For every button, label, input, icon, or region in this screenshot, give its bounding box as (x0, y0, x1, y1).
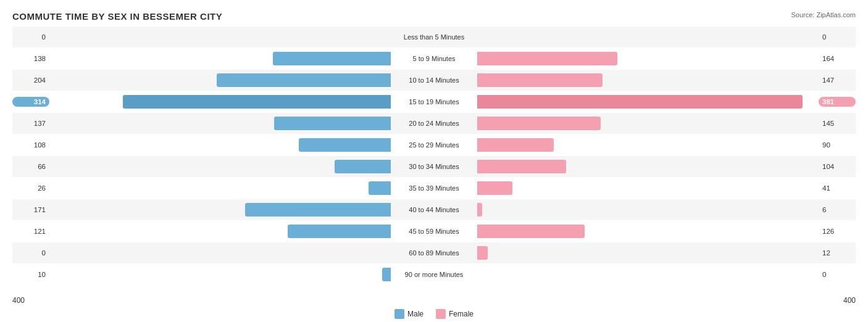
male-bar-wrapper (49, 225, 391, 238)
bars-container: 30 to 34 Minutes (49, 156, 819, 177)
female-value: 6 (819, 206, 856, 213)
row-label: 45 to 59 Minutes (391, 228, 477, 235)
legend-male: Male (394, 309, 424, 319)
source-label: Source: ZipAtlas.com (791, 11, 856, 19)
chart-area: 0Less than 5 Minutes01385 to 9 Minutes16… (12, 27, 856, 273)
table-row: 060 to 89 Minutes12 (12, 242, 856, 263)
male-bar (274, 117, 391, 130)
male-value: 26 (12, 184, 49, 192)
table-row: 12145 to 59 Minutes126 (12, 221, 856, 242)
male-bar (382, 268, 391, 281)
male-bar (245, 203, 391, 217)
male-bar (335, 160, 391, 173)
female-bar-wrapper (477, 203, 819, 217)
female-bar (477, 246, 488, 260)
male-bar-wrapper (49, 138, 391, 152)
table-row: 17140 to 44 Minutes6 (12, 199, 856, 220)
female-swatch (436, 309, 446, 319)
chart-title: COMMUTE TIME BY SEX IN BESSEMER CITY (12, 11, 856, 22)
table-row: 2635 to 39 Minutes41 (12, 178, 856, 199)
row-label: 5 to 9 Minutes (391, 55, 477, 62)
female-value: 0 (819, 271, 856, 278)
male-bar-wrapper (49, 117, 391, 130)
bars-container: Less than 5 Minutes (49, 27, 819, 47)
female-bar (477, 138, 554, 152)
male-value: 66 (12, 163, 49, 170)
male-bar (273, 52, 391, 65)
row-label: Less than 5 Minutes (391, 33, 477, 41)
male-value: 0 (12, 33, 49, 41)
male-swatch (394, 309, 404, 319)
female-value: 145 (819, 120, 856, 127)
female-bar-wrapper (477, 73, 819, 87)
bars-container: 15 to 19 Minutes (49, 91, 819, 112)
female-bar-wrapper (477, 52, 819, 65)
row-label: 10 to 14 Minutes (391, 76, 477, 84)
female-bar-wrapper (477, 160, 819, 173)
female-value: 12 (819, 249, 856, 257)
female-bar-wrapper (477, 181, 819, 195)
male-bar-wrapper (49, 181, 391, 195)
female-bar (477, 181, 512, 195)
female-bar (477, 52, 617, 65)
table-row: 1090 or more Minutes0 (12, 264, 856, 285)
male-bar (369, 181, 391, 195)
female-bar-wrapper (477, 268, 819, 281)
female-bar (477, 117, 601, 130)
bars-container: 90 or more Minutes (49, 264, 819, 285)
table-row: 6630 to 34 Minutes104 (12, 156, 856, 177)
male-bar-wrapper (49, 30, 391, 44)
male-value: 0 (12, 249, 49, 257)
row-label: 35 to 39 Minutes (391, 184, 477, 192)
female-bar (477, 203, 482, 217)
female-label: Female (449, 310, 474, 318)
table-row: 0Less than 5 Minutes0 (12, 27, 856, 47)
female-bar (477, 225, 585, 238)
legend: Male Female (394, 309, 474, 319)
bars-container: 45 to 59 Minutes (49, 221, 819, 242)
male-value: 171 (12, 206, 49, 213)
female-value: 0 (819, 33, 856, 41)
male-bar-wrapper (49, 73, 391, 87)
bars-container: 20 to 24 Minutes (49, 113, 819, 134)
male-value: 108 (12, 141, 49, 149)
bottom-right-label: 400 (843, 296, 856, 305)
male-value: 314 (12, 97, 49, 107)
row-label: 15 to 19 Minutes (391, 98, 477, 105)
table-row: 13720 to 24 Minutes145 (12, 113, 856, 134)
bars-container: 25 to 29 Minutes (49, 134, 819, 155)
legend-female: Female (436, 309, 474, 319)
bars-container: 60 to 89 Minutes (49, 242, 819, 263)
bars-container: 35 to 39 Minutes (49, 178, 819, 199)
row-label: 25 to 29 Minutes (391, 141, 477, 149)
male-bar (299, 138, 391, 152)
female-value: 164 (819, 55, 856, 62)
female-bar (477, 160, 566, 173)
male-value: 138 (12, 55, 49, 62)
chart-container: COMMUTE TIME BY SEX IN BESSEMER CITY Sou… (0, 0, 868, 322)
female-bar-wrapper (477, 117, 819, 130)
bars-container: 5 to 9 Minutes (49, 48, 819, 69)
male-bar (123, 95, 391, 109)
male-bar-wrapper (49, 268, 391, 281)
male-bar-wrapper (49, 203, 391, 217)
female-bar-wrapper (477, 225, 819, 238)
male-bar (217, 73, 391, 87)
male-label: Male (407, 310, 424, 318)
row-label: 40 to 44 Minutes (391, 206, 477, 213)
row-label: 20 to 24 Minutes (391, 120, 477, 127)
male-value: 121 (12, 228, 49, 235)
male-bar-wrapper (49, 246, 391, 260)
bottom-labels: 400 400 (12, 296, 856, 305)
female-bar-wrapper (477, 138, 819, 152)
male-value: 204 (12, 76, 49, 84)
bottom-left-label: 400 (12, 296, 25, 305)
female-bar-wrapper (477, 246, 819, 260)
female-bar-wrapper (477, 30, 819, 44)
female-bar (477, 95, 803, 109)
female-bar-wrapper (477, 95, 819, 109)
female-value: 147 (819, 76, 856, 84)
male-value: 10 (12, 271, 49, 278)
male-bar-wrapper (49, 160, 391, 173)
female-bar (477, 73, 603, 87)
